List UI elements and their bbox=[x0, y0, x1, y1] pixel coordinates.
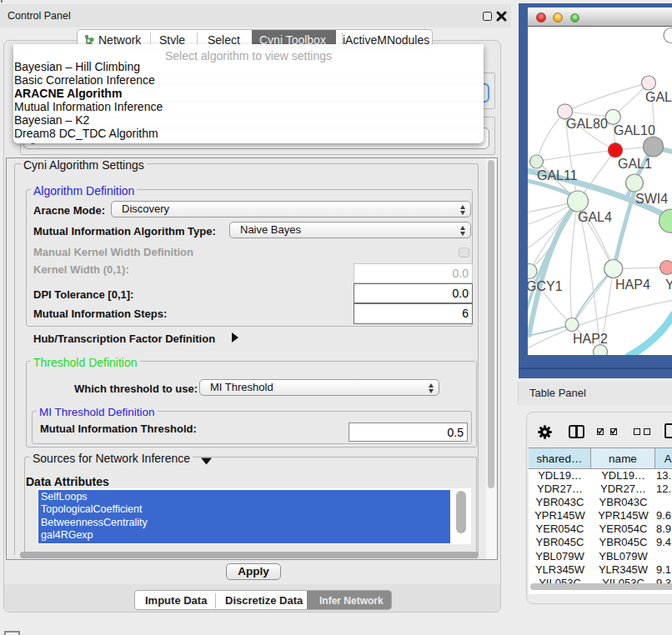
svg-text:GCY1: GCY1 bbox=[528, 278, 563, 292]
svg-text:YD: YD bbox=[665, 277, 672, 291]
svg-text:HAP2: HAP2 bbox=[573, 332, 608, 346]
svg-text:GAL1: GAL1 bbox=[618, 156, 652, 170]
svg-text:SWI4: SWI4 bbox=[635, 192, 668, 206]
svg-text:GAL4: GAL4 bbox=[578, 210, 612, 224]
svg-text:GAL10: GAL10 bbox=[614, 122, 655, 137]
svg-text:GAL2: GAL2 bbox=[645, 89, 672, 103]
svg-text:GAL80: GAL80 bbox=[566, 116, 608, 130]
svg-text:HAP4: HAP4 bbox=[615, 277, 650, 291]
svg-text:GAL11: GAL11 bbox=[537, 168, 578, 182]
